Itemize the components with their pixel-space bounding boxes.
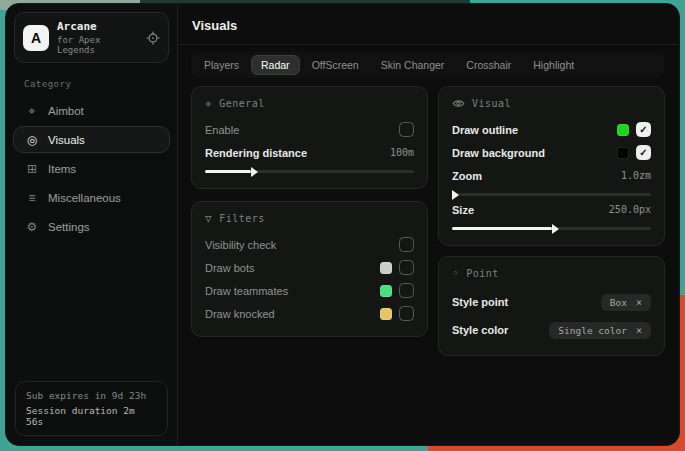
subscription-status-card: Sub expires in 9d 23h Session duration 2… (15, 381, 168, 436)
zoom-row: Zoom 1.0zm (452, 165, 651, 186)
sidebar-item-settings[interactable]: ⚙ Settings (13, 213, 170, 240)
brand-text: Arcane for Apex Legends (57, 20, 138, 55)
sidebar-item-aimbot[interactable]: ⌖ Aimbot (13, 97, 170, 124)
settings-icon: ⚙ (25, 220, 39, 234)
rendering-distance-value: 100m (390, 147, 414, 158)
enable-row: Enable (205, 119, 414, 140)
desktop-background: A Arcane for Apex Legends Category (0, 0, 685, 451)
style-color-select[interactable]: Single color × (549, 322, 651, 339)
tab-radar[interactable]: Radar (251, 55, 300, 75)
draw-knocked-checkbox[interactable] (399, 306, 414, 321)
sidebar-item-label: Settings (48, 221, 90, 233)
app-logo: A (23, 25, 49, 51)
aimbot-icon: ⌖ (25, 104, 39, 118)
draw-teammates-checkbox[interactable] (399, 283, 414, 298)
eye-icon (452, 97, 465, 110)
draw-bots-color-swatch[interactable] (380, 262, 392, 274)
panel-filters-title: Filters (219, 213, 265, 224)
panel-point-title: Point (466, 268, 499, 279)
draw-knocked-row: Draw knocked (205, 303, 414, 324)
style-color-row: Style color Single color × (452, 317, 651, 343)
draw-outline-color-swatch[interactable] (617, 124, 629, 136)
filters-icon: ▽ (205, 212, 212, 225)
draw-bots-row: Draw bots (205, 257, 414, 278)
sidebar-item-miscellaneous[interactable]: ≡ Miscellaneous (13, 184, 170, 211)
draw-background-color-swatch[interactable] (617, 147, 629, 159)
draw-background-checkbox[interactable]: ✓ (636, 145, 651, 160)
zoom-label: Zoom (452, 170, 482, 182)
sidebar: A Arcane for Apex Legends Category (6, 4, 178, 445)
sub-expires-text: Sub expires in 9d 23h (26, 390, 157, 401)
session-duration-text: Session duration 2m 56s (26, 405, 157, 427)
draw-knocked-color-swatch[interactable] (380, 308, 392, 320)
draw-teammates-color-swatch[interactable] (380, 285, 392, 297)
rendering-distance-label: Rendering distance (205, 147, 307, 159)
scope-icon[interactable] (146, 31, 160, 45)
items-icon: ⊞ (25, 162, 39, 176)
app-subtitle: for Apex Legends (57, 35, 138, 55)
sidebar-item-items[interactable]: ⊞ Items (13, 155, 170, 182)
sidebar-nav: ⌖ Aimbot ◎ Visuals ⊞ Items ≡ Miscellaneo… (6, 97, 177, 240)
style-point-select[interactable]: Box × (601, 294, 651, 311)
style-color-value: Single color (558, 325, 627, 336)
panel-general: ✳ General Enable Rendering distance 100m (191, 86, 428, 189)
enable-label: Enable (205, 124, 239, 136)
tab-bar: Players Radar OffScreen Skin Changer Cro… (191, 52, 664, 78)
style-point-value: Box (610, 297, 627, 308)
draw-outline-checkbox[interactable]: ✓ (636, 122, 651, 137)
draw-outline-label: Draw outline (452, 124, 518, 136)
panel-visual: Visual Draw outline ✓ Draw background (438, 86, 665, 246)
draw-outline-row: Draw outline ✓ (452, 119, 651, 140)
zoom-value: 1.0zm (621, 170, 651, 181)
page-title: Visuals (192, 18, 665, 33)
content: ✳ General Enable Rendering distance 100m (178, 78, 679, 356)
tab-skin-changer[interactable]: Skin Changer (371, 55, 455, 75)
sidebar-item-label: Miscellaneous (48, 192, 121, 204)
tab-offscreen[interactable]: OffScreen (302, 55, 369, 75)
app-window: A Arcane for Apex Legends Category (5, 3, 680, 446)
size-value: 250.0px (609, 204, 651, 215)
tab-highlight[interactable]: Highlight (523, 55, 584, 75)
panel-filters-header: ▽ Filters (205, 212, 414, 225)
close-icon[interactable]: × (636, 297, 642, 308)
zoom-slider[interactable] (452, 193, 651, 196)
category-label: Category (24, 79, 177, 89)
slider-fill (205, 170, 251, 173)
tab-players[interactable]: Players (194, 55, 249, 75)
visibility-check-label: Visibility check (205, 239, 276, 251)
close-icon[interactable]: × (636, 325, 642, 336)
visibility-check-row: Visibility check (205, 234, 414, 255)
app-name: Arcane (57, 20, 138, 33)
draw-background-label: Draw background (452, 147, 545, 159)
draw-bots-checkbox[interactable] (399, 260, 414, 275)
style-point-row: Style point Box × (452, 289, 651, 315)
slider-fill (452, 227, 552, 230)
style-point-label: Style point (452, 296, 508, 308)
draw-knocked-label: Draw knocked (205, 308, 275, 320)
sidebar-item-label: Items (48, 163, 76, 175)
sidebar-item-label: Aimbot (48, 105, 84, 117)
panel-general-header: ✳ General (205, 97, 414, 110)
style-color-label: Style color (452, 324, 508, 336)
sidebar-item-label: Visuals (48, 134, 85, 146)
enable-checkbox[interactable] (399, 122, 414, 137)
draw-teammates-row: Draw teammates (205, 280, 414, 301)
draw-background-row: Draw background ✓ (452, 142, 651, 163)
rendering-distance-row: Rendering distance 100m (205, 142, 414, 163)
sidebar-item-visuals[interactable]: ◎ Visuals (13, 126, 170, 153)
brand-card: A Arcane for Apex Legends (14, 12, 169, 63)
point-icon: ◦ (452, 267, 459, 280)
size-slider[interactable] (452, 227, 651, 230)
rendering-distance-slider[interactable] (205, 170, 414, 173)
draw-bots-label: Draw bots (205, 262, 255, 274)
panel-filters: ▽ Filters Visibility check Draw bots (191, 201, 428, 337)
general-icon: ✳ (205, 97, 212, 110)
size-row: Size 250.0px (452, 199, 651, 220)
panel-visual-header: Visual (452, 97, 651, 110)
main-area: Visuals Players Radar OffScreen Skin Cha… (178, 4, 679, 445)
panel-visual-title: Visual (472, 98, 511, 109)
visibility-check-checkbox[interactable] (399, 237, 414, 252)
draw-teammates-label: Draw teammates (205, 285, 288, 297)
panel-point: ◦ Point Style point Box × Style color (438, 256, 665, 356)
tab-crosshair[interactable]: Crosshair (456, 55, 521, 75)
